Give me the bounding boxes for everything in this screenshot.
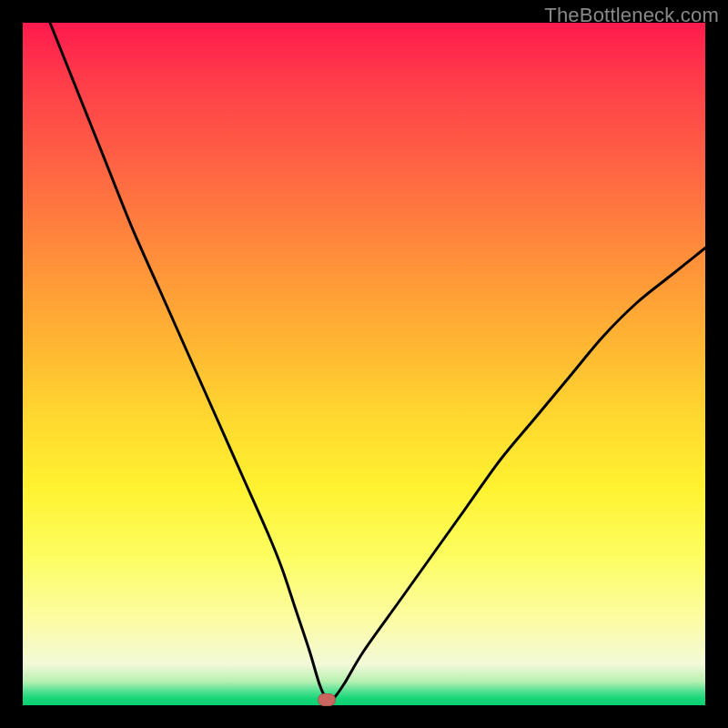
plot-area — [23, 23, 705, 705]
minimum-marker — [318, 693, 336, 706]
chart-frame: TheBottleneck.com — [0, 0, 728, 728]
bottleneck-curve — [23, 23, 705, 705]
